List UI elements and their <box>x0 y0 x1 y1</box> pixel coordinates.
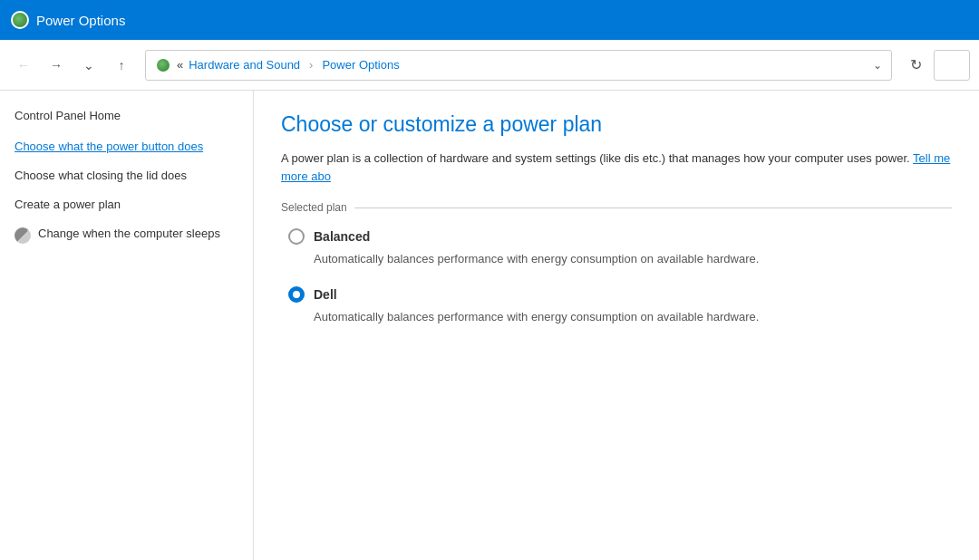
forward-icon: → <box>50 58 63 72</box>
main-area: Control Panel Home Choose what the power… <box>0 91 979 560</box>
plan-header-dell: Dell <box>288 286 952 303</box>
address-prefix: « <box>177 58 183 72</box>
up-button[interactable]: ↑ <box>107 51 136 80</box>
plan-desc-balanced: Automatically balances performance with … <box>288 250 952 268</box>
nav-bar: ← → ⌄ ↑ « Hardware and Sound › Power Opt… <box>0 40 979 91</box>
sidebar-home-link[interactable]: Control Panel Home <box>15 109 238 122</box>
refresh-button[interactable]: ↻ <box>901 51 930 80</box>
sidebar-link-create-plan[interactable]: Create a power plan <box>15 197 238 213</box>
title-bar: Power Options <box>0 0 979 40</box>
selected-plan-label: Selected plan <box>281 201 952 214</box>
plan-item-dell: Dell Automatically balances performance … <box>281 286 952 326</box>
window-title: Power Options <box>36 13 125 28</box>
refresh-icon: ↻ <box>910 56 922 73</box>
plan-desc-dell: Automatically balances performance with … <box>288 308 952 326</box>
plan-name-balanced: Balanced <box>314 229 370 244</box>
chevron-down-icon: ⌄ <box>83 58 94 72</box>
plan-name-dell: Dell <box>314 287 337 302</box>
address-bar[interactable]: « Hardware and Sound › Power Options ⌄ <box>145 50 892 81</box>
sidebar-link-lid[interactable]: Choose what closing the lid does <box>15 168 238 184</box>
app-icon <box>11 11 29 29</box>
recent-locations-button[interactable]: ⌄ <box>74 51 103 80</box>
radio-dell[interactable] <box>288 286 305 303</box>
up-icon: ↑ <box>119 58 125 72</box>
description-text: A power plan is a collection of hardware… <box>281 151 913 165</box>
content-area: Choose or customize a power plan A power… <box>254 91 979 560</box>
address-part1[interactable]: Hardware and Sound <box>189 58 300 72</box>
back-button[interactable]: ← <box>9 51 38 80</box>
address-dropdown-icon[interactable]: ⌄ <box>873 59 882 72</box>
sidebar-link-sleep[interactable]: Change when the computer sleeps <box>15 227 238 244</box>
sidebar-link-power-button[interactable]: Choose what the power button does <box>15 139 238 155</box>
address-separator: › <box>309 58 313 72</box>
address-part2[interactable]: Power Options <box>322 58 399 72</box>
sidebar: Control Panel Home Choose what the power… <box>0 91 254 560</box>
radio-balanced[interactable] <box>288 228 305 245</box>
back-icon: ← <box>17 58 30 72</box>
plan-header-balanced: Balanced <box>288 228 952 245</box>
page-title: Choose or customize a power plan <box>281 112 952 137</box>
sleep-icon <box>15 227 31 244</box>
content-description: A power plan is a collection of hardware… <box>281 150 952 185</box>
search-box[interactable] <box>934 50 970 81</box>
sidebar-sleep-label: Change when the computer sleeps <box>38 227 220 240</box>
forward-button[interactable]: → <box>42 51 71 80</box>
address-bar-icon <box>155 57 171 73</box>
plan-item-balanced: Balanced Automatically balances performa… <box>281 228 952 268</box>
